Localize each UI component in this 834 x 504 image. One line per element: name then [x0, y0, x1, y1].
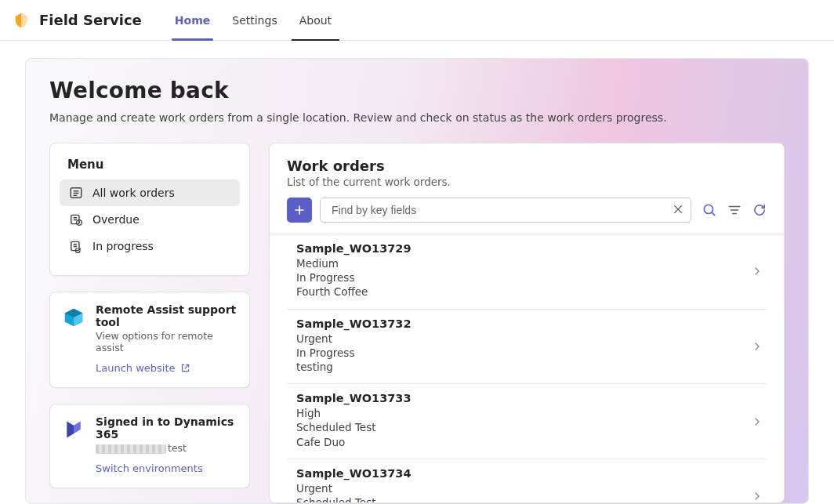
add-work-order-button[interactable] [287, 198, 312, 223]
remote-assist-icon [61, 305, 86, 330]
nav-tabs: HomeSettingsAbout [164, 0, 343, 41]
work-order-priority: Urgent [296, 332, 767, 346]
chevron-right-icon [752, 417, 762, 426]
work-order-priority: High [296, 406, 767, 420]
menu-item-in-progress[interactable]: In progress [60, 233, 240, 259]
chevron-right-icon [752, 342, 762, 351]
overdue-icon [69, 212, 83, 227]
work-order-row[interactable]: Sample_WO13732UrgentIn Progresstesting [287, 310, 767, 385]
work-orders-card: Work orders List of the current work ord… [269, 143, 785, 503]
chevron-right-icon [752, 491, 762, 501]
menu-item-all-work-orders[interactable]: All work orders [60, 179, 240, 206]
close-icon [673, 204, 684, 215]
svg-point-7 [704, 205, 713, 213]
menu-item-label: Overdue [92, 213, 140, 226]
list-icon [69, 186, 83, 200]
work-order-account: Fourth Coffee [296, 285, 767, 299]
search-button[interactable] [702, 203, 716, 217]
work-order-row[interactable]: Sample_WO13729MediumIn ProgressFourth Co… [287, 234, 767, 310]
clear-search-button[interactable] [673, 204, 685, 216]
menu-card: Menu All work ordersOverdueIn progress [49, 143, 250, 276]
plus-icon [293, 204, 306, 216]
work-order-row[interactable]: Sample_WO13734UrgentScheduled TestCafe D… [287, 459, 767, 502]
app-logo-icon [13, 12, 30, 29]
signed-in-card: Signed in to Dynamics 365 test Switch en… [49, 404, 250, 488]
signed-in-env: test [96, 442, 238, 454]
signed-in-title: Signed in to Dynamics 365 [96, 415, 238, 441]
chevron-right-icon [752, 267, 762, 276]
work-order-name: Sample_WO13729 [296, 242, 767, 255]
inprogress-icon [69, 239, 83, 253]
launch-website-link[interactable]: Launch website [96, 362, 190, 374]
menu-item-label: In progress [92, 240, 154, 252]
top-bar: Field Service HomeSettingsAbout [0, 0, 834, 41]
work-order-account: Cafe Duo [296, 435, 767, 449]
search-icon [702, 203, 716, 217]
work-order-name: Sample_WO13734 [296, 467, 767, 480]
work-order-account: testing [296, 360, 767, 374]
app-title: Field Service [39, 12, 142, 28]
page-subtitle: Manage and create work orders from a sin… [49, 111, 785, 124]
tab-home[interactable]: Home [164, 0, 221, 41]
hero-panel: Welcome back Manage and create work orde… [25, 58, 809, 504]
external-link-icon [180, 363, 190, 373]
tab-about[interactable]: About [288, 0, 343, 41]
work-orders-toolbar [287, 198, 767, 223]
launch-website-label: Launch website [96, 362, 176, 374]
menu-item-overdue[interactable]: Overdue [60, 206, 240, 233]
remote-assist-subtitle: View options for remote assist [96, 330, 238, 354]
switch-env-link[interactable]: Switch environments [96, 462, 203, 474]
work-order-name: Sample_WO13733 [296, 392, 767, 404]
menu-item-label: All work orders [92, 187, 175, 199]
tab-settings[interactable]: Settings [221, 0, 288, 41]
work-order-status: In Progress [296, 270, 767, 285]
dynamics-icon [61, 417, 86, 442]
search-input[interactable] [320, 198, 691, 223]
filter-button[interactable] [727, 203, 742, 217]
refresh-button[interactable] [752, 203, 767, 217]
work-orders-subtitle: List of the current work orders. [287, 176, 767, 188]
remote-assist-title: Remote Assist support tool [96, 303, 238, 328]
work-order-name: Sample_WO13732 [296, 317, 767, 330]
menu-title: Menu [60, 158, 240, 179]
work-order-priority: Medium [296, 256, 767, 270]
page-title: Welcome back [49, 78, 785, 103]
refresh-icon [752, 203, 767, 217]
redacted-env-name [96, 444, 166, 454]
work-orders-list: Sample_WO13729MediumIn ProgressFourth Co… [287, 234, 767, 502]
work-orders-title: Work orders [287, 158, 767, 174]
remote-assist-card: Remote Assist support tool View options … [49, 292, 250, 388]
work-order-status: Scheduled Test [296, 495, 767, 502]
work-order-priority: Urgent [296, 481, 767, 495]
work-order-status: Scheduled Test [296, 420, 767, 434]
filter-icon [727, 203, 742, 217]
work-order-status: In Progress [296, 346, 767, 360]
work-order-row[interactable]: Sample_WO13733HighScheduled TestCafe Duo [287, 384, 767, 459]
